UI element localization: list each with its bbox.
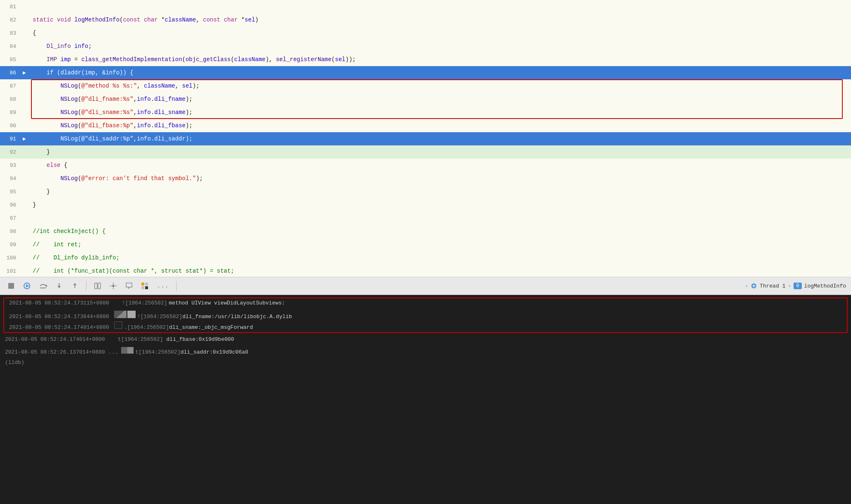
code-line-101: 101 // int (*func_stat)(const char *, st… [0,264,851,277]
breadcrumb-arrow2: › [788,283,791,289]
console-line-4: 2021-08-05 08:52:24.174014+0800 t[1964:2… [0,335,851,346]
code-line-87: 87 NSLog(@"method %s %s:", className, se… [0,79,851,93]
console-img-group-3 [114,321,122,329]
code-line-83: 83 { [0,26,851,40]
code-line-89: 89 NSLog(@"dli_sname:%s",info.dli_sname)… [0,106,851,119]
stop-button[interactable] [5,281,17,291]
lldb-prompt[interactable]: (lldb) [0,357,851,368]
frame-name: logMethodInfo [804,283,846,289]
frame-view-button[interactable] [91,281,104,291]
svg-rect-9 [95,283,97,289]
code-line-82: 82 static void logMethodInfo(const char … [0,13,851,26]
step-into-button[interactable] [53,281,65,291]
breadcrumb-arrow: › [745,283,748,289]
thread-label: Thread 1 [760,283,785,289]
step-out-button[interactable] [69,281,81,291]
svg-point-11 [112,285,115,287]
step-over-button[interactable] [36,281,50,291]
debugger-toolbar: ... › Thread 1 › 0 logMethodInfo [0,277,851,295]
console-img-group-2 [114,311,136,318]
code-line-93: 93 else { [0,159,851,172]
code-line-91: 91 ▶ NSLog(@"dli_saddr:%p",info.dli_sadd… [0,132,851,145]
code-line-99: 99 // int ret; [0,238,851,251]
svg-rect-20 [145,286,148,289]
svg-rect-17 [141,283,144,285]
code-line-86: 86 ▶ if (dladdr(imp, &info)) { [0,66,851,79]
code-line-85: 85 IMP imp = class_getMethodImplementati… [0,53,851,66]
img-placeholder-5 [121,347,134,354]
console-red-highlight: 2021-08-05 08:52:24.173115+0800 ![1964:2… [0,295,851,335]
env-button[interactable] [107,281,120,291]
code-line-88: 88 NSLog(@"dli_fname:%s",info.dli_fname)… [0,93,851,106]
thread-info: › Thread 1 › 0 logMethodInfo [745,283,846,289]
code-line-100: 100 // Dl_info dylib_info; [0,251,851,264]
code-line-90: 90 NSLog(@"dli_fbase:%p",info.dli_fbase)… [0,119,851,132]
svg-marker-3 [46,284,47,288]
color-tile-button[interactable] [139,281,151,291]
code-editor: 81 82 static void logMethodInfo(const ch… [0,0,851,277]
console-line-3: 2021-08-05 08:52:24.174014+0800 .[1964:2… [4,321,847,331]
frame-badge: 0 [794,283,801,289]
code-line-98: 98 //int checkInject() { [0,225,851,238]
svg-marker-2 [26,284,29,288]
code-line-92: 92 } [0,145,851,159]
svg-rect-10 [98,283,100,289]
svg-marker-8 [73,283,76,285]
console-line-5: 2021-08-05 08:52:26.137014+0800 ... t[19… [0,346,851,357]
svg-rect-0 [8,283,14,289]
ellipsis-indicator: ... [108,349,118,355]
code-line-81: 81 [0,0,851,13]
console-line-2: 2021-08-05 08:52:24.173644+0800 ![1964:2… [4,310,847,321]
console-output: 2021-08-05 08:52:24.173115+0800 ![1964:2… [0,295,851,504]
code-line-94: 94 NSLog(@"error: can't find that symbol… [0,172,851,185]
svg-marker-6 [57,286,61,288]
toolbar-divider-1 [86,281,86,291]
console-box: 2021-08-05 08:52:24.173115+0800 ![1964:2… [3,297,848,333]
continue-button[interactable] [21,281,33,291]
toolbar-divider-2 [176,281,177,291]
code-line-96: 96 } [0,198,851,212]
code-line-97: 97 [0,212,851,225]
svg-rect-18 [145,283,148,285]
svg-rect-19 [141,286,144,289]
code-line-84: 84 Dl_info info; [0,40,851,53]
location-button[interactable] [123,281,135,291]
console-line-1: 2021-08-05 08:52:24.173115+0800 ![1964:2… [4,299,847,310]
code-line-95: 95 } [0,185,851,198]
svg-marker-16 [126,283,132,289]
thread-icon [751,283,757,289]
ellipsis-label: ... [154,281,171,291]
